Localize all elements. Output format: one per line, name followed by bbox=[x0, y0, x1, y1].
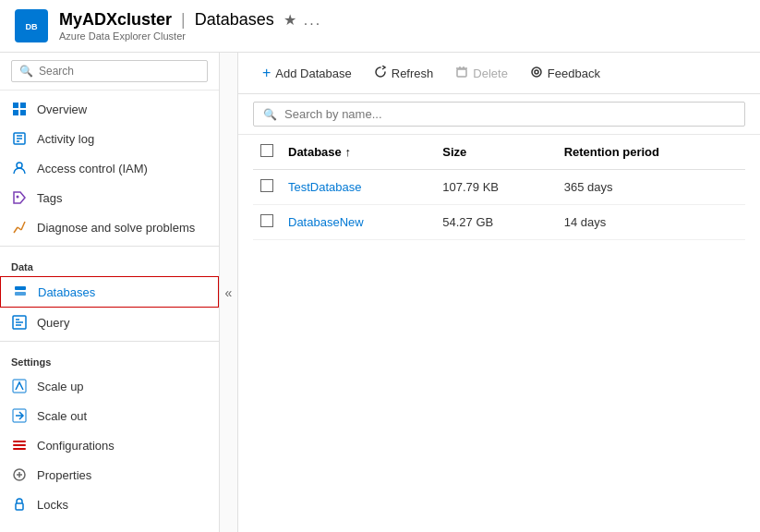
databases-table-container: Database ↑ Size Retention period bbox=[238, 135, 760, 532]
database-link-1[interactable]: TestDatabase bbox=[288, 180, 362, 194]
svg-rect-23 bbox=[13, 441, 26, 442]
svg-rect-29 bbox=[16, 503, 23, 510]
properties-icon bbox=[11, 466, 28, 483]
sidebar-item-activity-log[interactable]: Activity log bbox=[0, 124, 219, 153]
database-link-2[interactable]: DatabaseNew bbox=[288, 215, 364, 229]
add-database-label: Add Database bbox=[275, 66, 351, 80]
sidebar-item-label: Diagnose and solve problems bbox=[37, 221, 195, 235]
locks-icon bbox=[11, 496, 28, 513]
add-icon: + bbox=[262, 65, 271, 81]
svg-rect-24 bbox=[13, 444, 26, 446]
sidebar-item-iam[interactable]: Access control (IAM) bbox=[0, 153, 219, 183]
content-area: + Add Database Refresh Delete Feedback bbox=[238, 53, 760, 532]
refresh-button[interactable]: Refresh bbox=[365, 61, 443, 86]
database-retention-cell: 365 days bbox=[557, 170, 745, 205]
sidebar-item-diagnose[interactable]: Diagnose and solve problems bbox=[0, 212, 219, 242]
sidebar-collapse-button[interactable]: « bbox=[219, 53, 237, 532]
sidebar-inner: 🔍 Overview Activity log bbox=[0, 53, 219, 532]
overview-icon bbox=[11, 101, 28, 117]
sidebar-item-overview[interactable]: Overview bbox=[0, 94, 219, 124]
svg-rect-16 bbox=[15, 292, 26, 296]
content-search-area: 🔍 bbox=[238, 94, 760, 135]
refresh-icon bbox=[374, 66, 387, 81]
content-search-icon: 🔍 bbox=[263, 108, 277, 121]
svg-line-14 bbox=[21, 222, 25, 230]
database-name-cell: TestDatabase bbox=[281, 170, 435, 205]
col-header-retention[interactable]: Retention period bbox=[557, 135, 745, 170]
database-name-cell: DatabaseNew bbox=[281, 205, 435, 240]
add-database-button[interactable]: + Add Database bbox=[253, 60, 361, 86]
sidebar-section-settings: Settings bbox=[0, 345, 219, 371]
sidebar-divider-data bbox=[0, 246, 219, 247]
database-size-cell: 54.27 GB bbox=[435, 205, 556, 240]
sidebar-nav: Overview Activity log Access control (IA… bbox=[0, 91, 219, 532]
sidebar-item-label: Activity log bbox=[37, 132, 94, 146]
sidebar-item-tags[interactable]: Tags bbox=[0, 183, 219, 212]
row-checkbox-cell bbox=[253, 205, 281, 240]
sidebar-item-label: Query bbox=[37, 316, 69, 330]
more-options-dots[interactable]: ... bbox=[304, 12, 321, 29]
sidebar-item-scale-out[interactable]: Scale out bbox=[0, 401, 219, 430]
sidebar-item-label: Scale up bbox=[37, 380, 84, 393]
sidebar-search-input[interactable] bbox=[39, 65, 199, 78]
sidebar-item-properties[interactable]: Properties bbox=[0, 460, 219, 490]
sidebar-item-databases[interactable]: Databases bbox=[0, 276, 219, 308]
sidebar-search-icon: 🔍 bbox=[19, 65, 33, 78]
database-retention-cell: 14 days bbox=[557, 205, 745, 240]
sidebar-item-label: Locks bbox=[37, 498, 68, 512]
databases-table: Database ↑ Size Retention period bbox=[253, 135, 745, 240]
sidebar-item-locks[interactable]: Locks bbox=[0, 490, 219, 519]
feedback-icon bbox=[530, 66, 543, 81]
svg-point-35 bbox=[535, 70, 538, 74]
svg-line-12 bbox=[14, 227, 18, 233]
col-header-database[interactable]: Database ↑ bbox=[281, 135, 435, 170]
content-search-box[interactable]: 🔍 bbox=[253, 102, 745, 127]
content-search-input[interactable] bbox=[284, 107, 735, 121]
cluster-name: MyADXcluster bbox=[59, 10, 172, 30]
app-icon: DB bbox=[15, 9, 48, 42]
refresh-label: Refresh bbox=[392, 66, 434, 80]
svg-rect-3 bbox=[20, 103, 26, 108]
sidebar-item-scale-up[interactable]: Scale up bbox=[0, 371, 219, 401]
tags-icon bbox=[11, 189, 28, 206]
svg-point-10 bbox=[17, 163, 22, 168]
col-header-size[interactable]: Size bbox=[435, 135, 556, 170]
svg-rect-4 bbox=[13, 110, 18, 115]
sidebar-item-label: Properties bbox=[37, 468, 91, 482]
sidebar-section-data: Data bbox=[0, 250, 219, 276]
row-checkbox-cell bbox=[253, 170, 281, 205]
iam-icon bbox=[11, 160, 28, 176]
svg-rect-30 bbox=[457, 69, 466, 77]
query-icon bbox=[11, 314, 28, 331]
sidebar-search-box[interactable]: 🔍 bbox=[11, 60, 208, 82]
delete-icon bbox=[455, 66, 468, 81]
activity-log-icon bbox=[11, 130, 28, 147]
feedback-button[interactable]: Feedback bbox=[521, 61, 609, 86]
page-section-title: Databases bbox=[195, 10, 274, 30]
svg-point-34 bbox=[532, 67, 541, 77]
header-divider: | bbox=[181, 10, 186, 30]
databases-icon bbox=[12, 284, 29, 300]
delete-button[interactable]: Delete bbox=[446, 61, 517, 86]
table-header-row: Database ↑ Size Retention period bbox=[253, 135, 745, 170]
collapse-icon: « bbox=[225, 285, 233, 300]
toolbar: + Add Database Refresh Delete Feedback bbox=[238, 53, 760, 94]
favorite-star[interactable]: ★ bbox=[283, 11, 296, 29]
scale-up-icon bbox=[11, 378, 28, 394]
header-title-group: MyADXcluster | Databases ★ ... Azure Dat… bbox=[59, 10, 321, 42]
sidebar-item-configurations[interactable]: Configurations bbox=[0, 430, 219, 460]
delete-label: Delete bbox=[473, 66, 508, 80]
header-checkbox[interactable] bbox=[260, 144, 273, 157]
sidebar-divider-settings bbox=[0, 341, 219, 342]
row-checkbox-2[interactable] bbox=[260, 214, 273, 227]
svg-rect-2 bbox=[13, 103, 18, 108]
row-checkbox-1[interactable] bbox=[260, 179, 273, 192]
sidebar: 🔍 Overview Activity log bbox=[0, 53, 238, 532]
sidebar-item-label: Scale out bbox=[37, 409, 87, 423]
cluster-subtitle: Azure Data Explorer Cluster bbox=[59, 30, 321, 42]
sidebar-item-label: Configurations bbox=[37, 439, 115, 453]
sidebar-item-query[interactable]: Query bbox=[0, 308, 219, 337]
feedback-label: Feedback bbox=[548, 66, 600, 80]
sidebar-search-area: 🔍 bbox=[0, 53, 219, 91]
svg-rect-5 bbox=[20, 110, 26, 115]
